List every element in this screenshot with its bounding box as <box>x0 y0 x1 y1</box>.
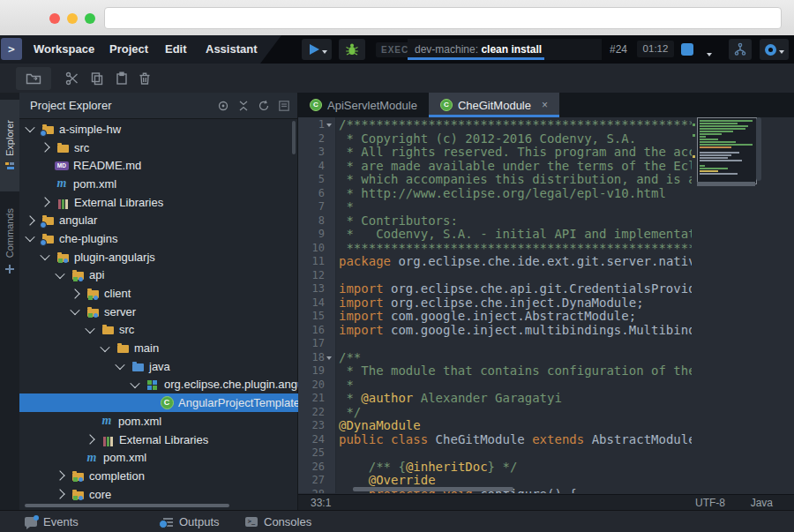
tab-commands[interactable]: Commands <box>0 195 19 287</box>
chevron-down-icon[interactable] <box>100 342 109 352</box>
menu-assistant[interactable]: Assistant <box>206 35 258 64</box>
import-project-button[interactable] <box>16 67 51 90</box>
chevron-down-icon[interactable] <box>85 324 94 333</box>
maximize-window-icon[interactable] <box>85 13 95 24</box>
code-line[interactable]: 9 * Codenvy, S.A. - initial API and impl… <box>298 228 794 242</box>
chevron-down-icon[interactable] <box>115 360 124 370</box>
tree-row[interactable]: api <box>19 266 298 285</box>
code-minimap[interactable] <box>697 117 757 184</box>
outputs-button[interactable]: Outputs <box>161 511 220 532</box>
chevron-down-icon[interactable] <box>130 378 139 388</box>
code-line[interactable]: 16import com.google.inject.multibindings… <box>298 324 794 338</box>
chevron-right-icon[interactable] <box>55 489 64 498</box>
machine-action-button[interactable] <box>729 39 752 60</box>
tree-row[interactable]: plugin-angularjs <box>19 248 298 266</box>
tree-row[interactable]: MDREADME.md <box>19 156 298 175</box>
delete-button[interactable] <box>138 71 152 86</box>
editor-tab-apiservletmodule[interactable]: C ApiServletModule <box>298 93 429 117</box>
tree-row[interactable]: che-plugins <box>19 229 298 248</box>
tab-explorer[interactable]: Explorer <box>0 100 19 191</box>
code-line[interactable]: 12 <box>298 269 794 283</box>
tree-row[interactable]: src <box>19 139 298 157</box>
code-line[interactable]: 27 @Override <box>298 474 794 488</box>
cut-button[interactable] <box>65 71 79 86</box>
run-button[interactable] <box>302 39 332 60</box>
tree-row[interactable]: src <box>19 321 298 340</box>
refresh-icon[interactable] <box>258 100 270 112</box>
editor-tab-chegitmodule[interactable]: C CheGitModule × <box>429 93 559 117</box>
code-line[interactable]: 19 * The module that contains configurat… <box>298 364 794 378</box>
chevron-right-icon[interactable] <box>40 142 49 152</box>
code-line[interactable]: 15import com.google.inject.AbstractModul… <box>298 310 794 324</box>
url-bar[interactable] <box>104 7 782 29</box>
menu-project[interactable]: Project <box>109 35 148 64</box>
copy-button[interactable] <box>90 71 104 86</box>
chevron-right-icon[interactable] <box>25 215 34 225</box>
tree-row[interactable]: mpom.xml <box>19 175 298 193</box>
code-line[interactable]: 18/** <box>298 351 794 365</box>
minimize-window-icon[interactable] <box>67 13 78 24</box>
code-line[interactable]: 17 <box>298 337 794 351</box>
tree-row[interactable]: mpom.xml <box>19 448 298 467</box>
debug-button[interactable] <box>339 39 365 60</box>
file-encoding[interactable]: UTF-8 <box>695 497 725 509</box>
code-line[interactable]: 11package org.eclipse.che.ide.ext.git.se… <box>298 255 794 269</box>
chevron-down-icon[interactable] <box>55 269 64 279</box>
code-line[interactable]: 20 * <box>298 378 794 393</box>
tree-row[interactable]: completion <box>19 467 298 485</box>
collapse-all-icon[interactable] <box>237 100 250 112</box>
code-line[interactable]: 8 * Contributors: <box>298 214 794 229</box>
che-logo[interactable]: > <box>1 38 22 60</box>
tree-row[interactable]: a-simple-hw <box>19 120 298 139</box>
code-line[interactable]: 13import org.eclipse.che.api.git.Credent… <box>298 282 794 296</box>
chevron-right-icon[interactable] <box>55 471 64 481</box>
code-line[interactable]: 14import org.eclipse.che.inject.DynaModu… <box>298 296 794 311</box>
tree-row[interactable]: External Libraries <box>19 193 298 212</box>
code-line[interactable]: 22 */ <box>298 406 794 420</box>
tree-row[interactable]: core <box>19 485 298 503</box>
editor-horizontal-scrollbar[interactable] <box>353 487 513 491</box>
code-line[interactable]: 10 *************************************… <box>298 242 794 256</box>
locate-icon[interactable] <box>217 100 229 112</box>
tree-row[interactable]: External Libraries <box>19 431 298 449</box>
fold-marker-icon[interactable] <box>326 356 332 360</box>
tree-row[interactable]: main <box>19 339 298 357</box>
command-widget[interactable]: dev-machine: clean install <box>408 39 602 60</box>
chevron-down-icon[interactable] <box>25 123 34 132</box>
tree-horizontal-scrollbar[interactable] <box>25 504 229 507</box>
panel-menu-icon[interactable] <box>278 100 290 112</box>
code-line[interactable]: 6 * http://www.eclipse.org/legal/epl-v10… <box>298 187 794 201</box>
paste-button[interactable] <box>115 71 129 86</box>
editor-vertical-scrollbar[interactable] <box>756 117 761 181</box>
tree-row[interactable]: org.eclipse.che.plugin.angula <box>19 376 298 394</box>
tree-row[interactable]: mpom.xml <box>19 412 298 431</box>
fold-marker-icon[interactable] <box>326 124 332 127</box>
close-window-icon[interactable] <box>49 13 60 24</box>
close-tab-icon[interactable]: × <box>542 99 548 111</box>
minimap-thumb[interactable] <box>697 182 755 186</box>
code-line[interactable]: 21 * @author Alexander Garagatyi <box>298 392 794 406</box>
tree-row[interactable]: server <box>19 303 298 321</box>
code-line[interactable]: 26 /** {@inheritDoc} */ <box>298 461 794 475</box>
code-line[interactable]: 25 <box>298 446 794 461</box>
menu-edit[interactable]: Edit <box>165 35 187 64</box>
menu-workspace[interactable]: Workspace <box>34 35 94 64</box>
chevron-down-icon[interactable] <box>25 232 34 242</box>
chevron-right-icon[interactable] <box>85 434 94 444</box>
tree-row[interactable]: java <box>19 357 298 376</box>
tree-row[interactable]: CAngularProjectTemplateE <box>19 393 298 412</box>
chevron-right-icon[interactable] <box>70 288 79 298</box>
stop-button[interactable] <box>681 43 693 56</box>
preview-app-button[interactable] <box>760 39 789 60</box>
chevron-down-icon[interactable] <box>70 305 79 315</box>
chevron-down-icon[interactable] <box>707 53 712 56</box>
tree-row[interactable]: angular <box>19 211 298 229</box>
chevron-right-icon[interactable] <box>40 197 49 206</box>
tree-vertical-scrollbar[interactable] <box>292 121 296 154</box>
code-line[interactable]: 24public class CheGitModule extends Abst… <box>298 433 794 447</box>
chevron-down-icon[interactable] <box>40 251 49 260</box>
tree-row[interactable]: client <box>19 284 298 303</box>
code-line[interactable]: 23@DynaModule <box>298 419 794 433</box>
events-button[interactable]: Events <box>25 511 79 532</box>
consoles-button[interactable]: >_ Consoles <box>245 511 311 532</box>
